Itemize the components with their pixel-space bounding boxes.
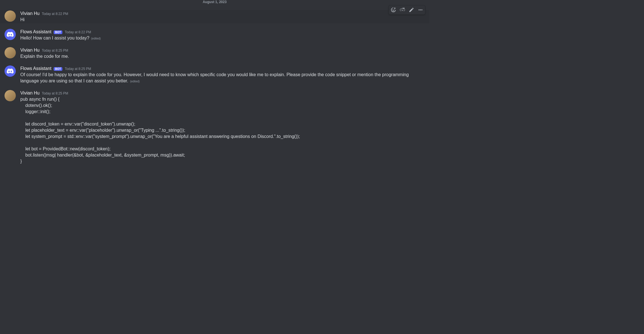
super-reaction-button[interactable] (398, 5, 407, 14)
message-group: Vivian Hu Today at 8:25 PM Explain the c… (0, 47, 429, 60)
avatar[interactable] (5, 90, 16, 101)
message-toolbar (389, 5, 425, 15)
bot-tag: BOT (54, 67, 62, 71)
avatar[interactable] (5, 47, 16, 58)
message-content: Hi (20, 17, 416, 23)
edit-button[interactable] (407, 5, 416, 14)
message-timestamp: Today at 8:22 PM (65, 30, 91, 34)
message-header: Vivian Hu Today at 8:25 PM (20, 47, 416, 53)
date-divider-label: August 1, 2023 (203, 0, 227, 4)
message-header: Vivian Hu Today at 8:22 PM (20, 10, 416, 17)
avatar[interactable] (5, 65, 16, 77)
message-header: Flows Assistant BOT Today at 8:25 PM (20, 65, 416, 72)
message-group: Vivian Hu Today at 8:25 PM pub async fn … (0, 89, 429, 165)
bot-tag: BOT (54, 30, 62, 34)
message-header: Vivian Hu Today at 8:25 PM (20, 90, 416, 96)
message-header: Flows Assistant BOT Today at 8:22 PM (20, 29, 416, 35)
message-group: Vivian Hu Today at 8:22 PM Hi (0, 10, 429, 23)
username[interactable]: Vivian Hu (20, 90, 40, 96)
date-divider: August 1, 2023 (0, 0, 429, 5)
message-content: Hello! How can I assist you today? (edit… (20, 35, 416, 41)
add-reaction-button[interactable] (389, 5, 398, 14)
more-button[interactable] (416, 5, 425, 14)
username[interactable]: Vivian Hu (20, 47, 40, 53)
message-content: Explain the code for me. (20, 53, 416, 60)
message-timestamp: Today at 8:22 PM (42, 12, 68, 16)
avatar[interactable] (5, 29, 16, 40)
message-group: Flows Assistant BOT Today at 8:22 PM Hel… (0, 28, 429, 42)
message-content: Of course! I'd be happy to explain the c… (20, 72, 416, 84)
edited-label: (edited) (130, 80, 140, 83)
username[interactable]: Vivian Hu (20, 10, 40, 17)
message-group: Flows Assistant BOT Today at 8:25 PM Of … (0, 65, 429, 85)
message-timestamp: Today at 8:25 PM (42, 49, 68, 52)
edited-label: (edited) (91, 37, 101, 40)
message-content: pub async fn run() { dotenv().ok(); logg… (20, 96, 416, 164)
username[interactable]: Flows Assistant (20, 29, 51, 35)
username[interactable]: Flows Assistant (20, 65, 51, 72)
message-timestamp: Today at 8:25 PM (65, 67, 91, 71)
message-timestamp: Today at 8:25 PM (42, 91, 68, 95)
avatar[interactable] (5, 10, 16, 22)
